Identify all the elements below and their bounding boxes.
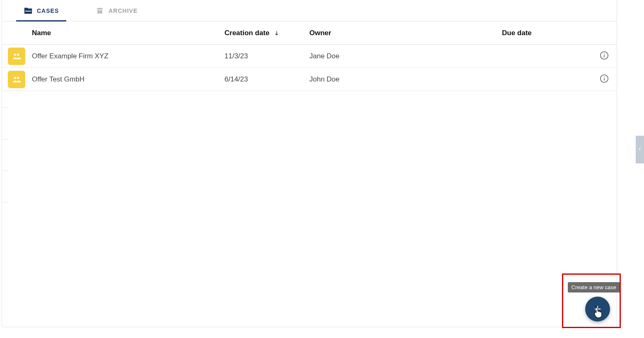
row-owner: John Doe	[309, 75, 502, 84]
archive-icon	[95, 6, 104, 15]
tabs: CASES ARCHIVE	[2, 0, 617, 22]
create-case-button[interactable]	[585, 297, 610, 321]
row-creation-date: 6/14/23	[224, 75, 309, 84]
case-icon	[8, 71, 25, 88]
fab-tooltip: Create a new case	[568, 282, 620, 292]
svg-point-1	[17, 53, 19, 56]
plus-icon	[593, 304, 602, 314]
tab-cases[interactable]: CASES	[22, 0, 60, 21]
table-header: Name Creation date Owner Due date	[2, 22, 617, 45]
row-creation-date: 11/3/23	[224, 52, 309, 60]
info-icon	[600, 74, 609, 83]
col-header-name[interactable]: Name	[32, 29, 224, 37]
tab-cases-label: CASES	[37, 7, 59, 14]
main-panel: CASES ARCHIVE Name Creation date Owner D…	[2, 0, 617, 327]
tab-archive[interactable]: ARCHIVE	[94, 0, 139, 21]
svg-point-0	[14, 53, 17, 56]
svg-point-4	[604, 53, 605, 54]
svg-point-9	[604, 77, 605, 77]
sort-descending-icon	[274, 30, 280, 36]
col-header-owner[interactable]: Owner	[309, 29, 502, 37]
table-row[interactable]: Offer Test GmbH6/14/23John Doe	[2, 68, 617, 91]
svg-point-5	[14, 77, 17, 79]
row-name: Offer Test GmbH	[32, 75, 224, 84]
folder-icon	[24, 6, 33, 15]
side-panel-toggle[interactable]	[636, 136, 644, 163]
col-header-due-date[interactable]: Due date	[502, 29, 592, 37]
info-button[interactable]	[599, 73, 610, 84]
row-icon-cell	[2, 71, 32, 88]
row-owner: Jane Doe	[309, 52, 502, 60]
tab-archive-label: ARCHIVE	[109, 7, 137, 14]
table-row[interactable]: Offer Example Firm XYZ11/3/23Jane Doe	[2, 45, 617, 68]
row-icon-cell	[2, 48, 32, 65]
table-body: Offer Example Firm XYZ11/3/23Jane DoeOff…	[2, 45, 617, 91]
chevron-left-icon	[638, 146, 642, 153]
row-actions	[592, 50, 617, 62]
svg-point-6	[17, 77, 19, 79]
info-icon	[600, 51, 609, 60]
edge-decoration	[2, 108, 9, 233]
col-header-creation-date-label: Creation date	[224, 29, 270, 37]
row-actions	[592, 73, 617, 85]
col-header-creation-date[interactable]: Creation date	[224, 29, 309, 37]
row-name: Offer Example Firm XYZ	[32, 52, 224, 60]
case-icon	[8, 48, 25, 65]
info-button[interactable]	[599, 50, 610, 61]
